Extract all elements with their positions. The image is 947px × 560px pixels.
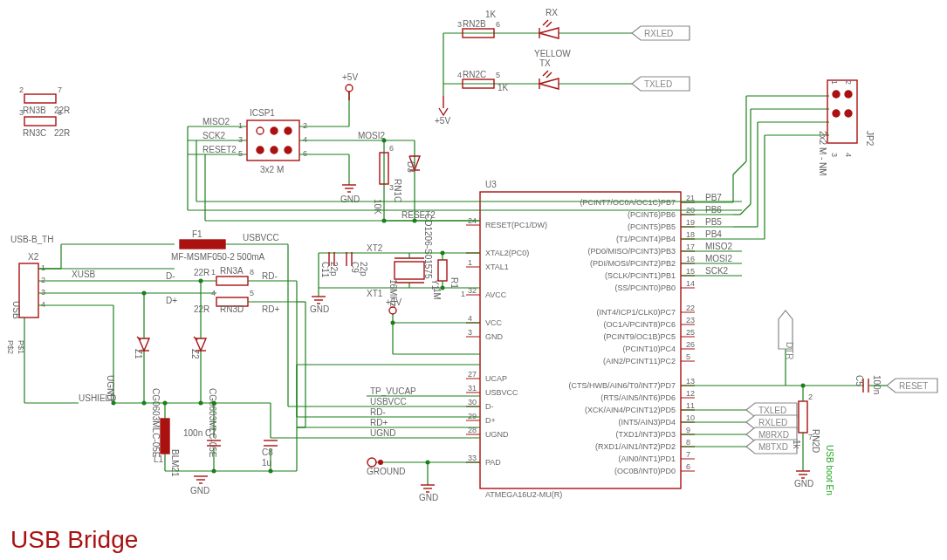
svg-text:9: 9 [686,426,690,434]
svg-text:14: 14 [686,279,695,288]
svg-text:RXLED: RXLED [758,418,787,427]
svg-line-123 [543,71,548,76]
rxled-tag: RXLED [632,26,690,40]
svg-text:M8TXD: M8TXD [758,442,788,452]
svg-text:1: 1 [211,268,216,277]
svg-text:+5V: +5V [342,72,358,82]
svg-text:1: 1 [41,263,45,272]
svg-text:6: 6 [58,108,62,117]
svg-text:4: 4 [844,153,853,157]
svg-text:100n: 100n [183,428,202,438]
svg-text:D+: D+ [166,296,177,305]
svg-text:D3: D3 [406,161,415,173]
svg-text:(XCK/AIN4/PCINT12)PD5: (XCK/AIN4/PCINT12)PD5 [585,406,676,414]
svg-text:1K: 1K [485,10,497,19]
svg-rect-250 [161,419,169,454]
svg-text:(PCINT6)PB6: (PCINT6)PB6 [628,210,676,219]
svg-text:XTAL1: XTAL1 [485,263,509,271]
ic-u3: U3 ATMEGA16U2-MU(R) 24RESET(PC1/DW)XTAL2… [466,180,695,499]
svg-text:CG0603MLC-05E: CG0603MLC-05E [151,388,161,458]
svg-point-258 [163,401,168,406]
svg-text:SCK2: SCK2 [705,266,729,276]
svg-text:RD-: RD- [262,271,278,281]
svg-point-145 [285,147,292,154]
svg-rect-282 [395,262,424,279]
svg-text:RXLED: RXLED [644,29,673,38]
svg-text:RD-: RD- [370,407,386,417]
svg-text:GROUND: GROUND [367,467,405,476]
svg-text:MF-MSMF050-2 500mA: MF-MSMF050-2 500mA [171,252,265,262]
svg-text:XUSB: XUSB [72,270,96,279]
svg-text:GND: GND [310,304,329,314]
ic-right-pins: 21(PCINT7/OC0A/OC1C)PB720(PCINT6)PB619(P… [568,194,695,475]
svg-text:3: 3 [41,288,45,297]
svg-line-365 [740,204,751,215]
svg-text:VCC: VCC [485,318,503,327]
svg-text:M8RXD: M8RXD [758,430,789,440]
svg-text:TXLED: TXLED [758,406,786,415]
svg-point-278 [212,469,216,474]
svg-text:+5V: +5V [386,297,401,307]
svg-text:18: 18 [686,230,695,239]
svg-text:19: 19 [686,218,695,227]
svg-text:RN2B: RN2B [463,19,486,29]
svg-text:PAD: PAD [485,458,501,467]
svg-text:GND: GND [190,486,209,495]
svg-text:RN3D: RN3D [220,304,244,314]
svg-text:RN2C: RN2C [463,70,486,79]
svg-text:(PCINT9/OC1B)PC5: (PCINT9/OC1B)PC5 [603,332,676,341]
svg-point-266 [212,401,216,406]
svg-rect-192 [19,263,38,318]
svg-text:1: 1 [238,121,243,130]
svg-point-259 [199,401,203,406]
svg-text:22p: 22p [359,262,368,277]
svg-text:5: 5 [238,149,243,158]
svg-text:4: 4 [303,135,307,144]
svg-text:(AIN0/INT1)PD1: (AIN0/INT1)PD1 [618,454,676,463]
svg-text:(PD0/MISO/PCINT3)PB3: (PD0/MISO/PCINT3)PB3 [587,247,676,256]
svg-rect-404 [799,401,807,433]
svg-point-249 [199,279,203,283]
svg-point-144 [271,147,278,154]
svg-text:23: 23 [686,316,695,324]
svg-text:ATMEGA16U2-MU(R): ATMEGA16U2-MU(R) [485,490,562,499]
svg-point-332 [367,458,376,467]
svg-text:PB5: PB5 [705,217,722,227]
jp2: JP2 2x2 M - NM 1 2 3 4 [818,80,875,176]
svg-text:(SCLK/PCINT1)PB1: (SCLK/PCINT1)PB1 [605,271,676,280]
svg-text:MOSI2: MOSI2 [705,254,733,263]
svg-text:3x2 M: 3x2 M [260,165,284,174]
icsp1: ICSP1 3x2 M 1 3 5 2 4 6 MISO2 SCK2 RESET… [188,72,386,221]
svg-text:3: 3 [19,108,24,117]
svg-text:22R: 22R [194,268,209,277]
svg-text:2: 2 [303,121,307,130]
svg-text:X2: X2 [28,252,39,262]
svg-text:13: 13 [686,377,695,386]
txled-tag: TXLED [632,77,690,91]
svg-text:3: 3 [468,328,472,337]
rx-led-row: +5V RN2B 1K 3 6 RX RXLED RN2C 1K 4 5 TX … [435,8,690,126]
svg-text:1u: 1u [262,458,271,468]
svg-text:(INT4/ICP1/CLK0)PC7: (INT4/ICP1/CLK0)PC7 [596,308,676,317]
svg-text:1: 1 [830,80,839,85]
svg-text:UGND: UGND [485,430,509,439]
svg-text:1: 1 [461,290,465,298]
svg-line-113 [543,20,548,25]
svg-text:Z1: Z1 [134,349,143,359]
svg-point-257 [142,401,147,406]
svg-text:PB4: PB4 [705,229,722,239]
usb-connector: USB X2 USB-B_TH 1 2 3 4 P$1 P$2 F1 MF-MS… [6,229,297,403]
svg-text:(PCINT7/OC0A/OC1C)PB7: (PCINT7/OC0A/OC1C)PB7 [580,198,676,207]
svg-text:(PCINT10)PC4: (PCINT10)PC4 [622,345,676,353]
svg-text:YELLOW: YELLOW [534,49,571,58]
svg-text:27: 27 [468,370,477,379]
svg-text:TXLED: TXLED [644,79,672,89]
svg-point-416 [801,384,806,388]
svg-text:DTR: DTR [785,342,794,360]
svg-text:1: 1 [468,258,472,267]
svg-text:UGND: UGND [370,428,395,438]
svg-text:GND: GND [794,479,813,488]
svg-point-165 [346,85,353,92]
svg-text:R1: R1 [449,277,459,289]
svg-text:4: 4 [211,289,216,297]
